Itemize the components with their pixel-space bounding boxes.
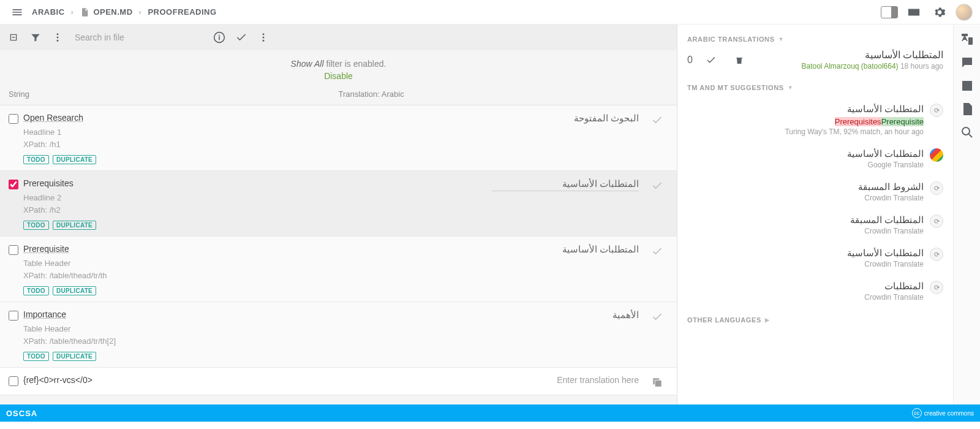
suggestion-source: Crowdin Translate: [687, 293, 924, 302]
translation-time: 18 hours ago: [900, 62, 943, 70]
row-checkbox[interactable]: [9, 114, 18, 124]
filter-banner-name: Show All: [291, 59, 324, 69]
footer-license[interactable]: cccreative commons: [912, 408, 974, 418]
translate-icon[interactable]: [960, 32, 974, 47]
mt-suggestion[interactable]: الشروط المسبقةCrowdin Translate⟳: [687, 175, 943, 208]
mt-suggestion[interactable]: المتطلبات الأساسيةGoogle Translate: [687, 142, 943, 175]
info-icon[interactable]: [209, 28, 229, 47]
string-row[interactable]: PrerequisitesHeadline 2XPath: /h2TODODUP…: [0, 171, 677, 237]
string-list[interactable]: Open ResearchHeadline 1XPath: /h1TODODUP…: [0, 105, 677, 404]
suggestion-text: المتطلبات المسبقة: [687, 214, 924, 226]
translation-author[interactable]: Batool Almarzouq (batool664): [801, 62, 898, 70]
string-row[interactable]: Open ResearchHeadline 1XPath: /h1TODODUP…: [0, 105, 677, 171]
string-row[interactable]: PrerequisiteTable HeaderXPath: /table/th…: [0, 237, 677, 302]
source-string: Prerequisite: [23, 244, 314, 254]
collapse-icon[interactable]: [4, 28, 23, 47]
translation-cell[interactable]: المتطلبات الأساسية: [314, 244, 646, 295]
source-meta: Headline 2XPath: /h2: [23, 192, 314, 216]
row-checkbox[interactable]: [9, 376, 18, 386]
breadcrumb-language[interactable]: ARABIC: [32, 7, 65, 17]
files-icon[interactable]: [960, 102, 974, 116]
source-string: Prerequisites: [23, 178, 314, 188]
source-string: Importance: [23, 309, 314, 319]
string-row[interactable]: ImportanceTable HeaderXPath: /table/thea…: [0, 302, 677, 368]
breadcrumb-mode[interactable]: PROOFREADING: [148, 7, 216, 17]
caret-down-icon: ▼: [788, 85, 794, 91]
settings-icon[interactable]: [930, 2, 949, 22]
keyboard-icon[interactable]: [904, 2, 924, 22]
section-translations[interactable]: ARABIC TRANSLATIONS▼: [687, 36, 943, 43]
copy-source-icon[interactable]: [646, 375, 668, 389]
mt-suggestion[interactable]: المتطلبات الأساسيةCrowdin Translate⟳: [687, 241, 943, 275]
tag-dup: DUPLICATE: [53, 286, 96, 295]
approve-icon[interactable]: [232, 28, 251, 47]
search-input[interactable]: [70, 28, 205, 47]
tag-todo: TODO: [23, 352, 49, 361]
suggestion-diff: PrerequisitesPrerequisite: [687, 117, 924, 126]
side-panel: ARABIC TRANSLATIONS▼ 0 المتطلبات الأساسي…: [677, 25, 953, 404]
kebab-icon[interactable]: [254, 28, 273, 47]
tag-todo: TODO: [23, 286, 49, 295]
more-vert-icon[interactable]: [48, 28, 67, 47]
suggestion-text: المتطلبات الأساسية: [687, 148, 924, 159]
section-suggestions[interactable]: TM AND MT SUGGESTIONS▼: [687, 84, 943, 91]
suggestion-source: Turing Way's TM, 92% match, an hour ago: [687, 127, 924, 136]
provider-icon: ⟳: [930, 214, 943, 228]
caret-right-icon: ▶: [765, 317, 770, 323]
chevron-right-icon: ›: [139, 7, 142, 17]
terms-icon[interactable]: [960, 78, 974, 93]
approve-row-icon[interactable]: [646, 244, 668, 295]
translation-cell[interactable]: المتطلبات الأساسية: [314, 178, 646, 230]
caret-down-icon: ▼: [778, 36, 785, 42]
approve-row-icon[interactable]: [646, 309, 668, 361]
filter-banner: Show All filter is enabled. Disable: [0, 50, 677, 81]
svg-point-2: [56, 40, 58, 42]
editor-column: Show All filter is enabled. Disable Stri…: [0, 25, 677, 404]
translation-cell[interactable]: البحوث المفتوحة: [314, 113, 646, 164]
comments-icon[interactable]: [960, 55, 974, 70]
row-checkbox[interactable]: [9, 311, 18, 321]
translation-cell[interactable]: Enter translation here: [314, 375, 646, 389]
tag-todo: TODO: [23, 155, 49, 164]
approve-row-icon[interactable]: [646, 113, 668, 164]
string-row[interactable]: {ref}<0>rr-vcs</0>Enter translation here: [0, 368, 677, 395]
row-checkbox[interactable]: [9, 180, 18, 189]
column-string: String: [9, 89, 259, 99]
svg-point-7: [962, 127, 970, 135]
svg-point-5: [262, 37, 264, 39]
breadcrumb-file[interactable]: OPEN.MD: [80, 7, 132, 17]
tag-dup: DUPLICATE: [53, 221, 96, 230]
suggestion-text: المتطلبات: [687, 281, 924, 292]
source-meta: Table HeaderXPath: /table/thead/tr/th[2]: [23, 323, 314, 347]
approve-row-icon[interactable]: [646, 178, 668, 230]
footer-bar: OSCSA cccreative commons: [0, 404, 980, 422]
delete-translation-icon[interactable]: [729, 50, 749, 70]
approve-translation-icon[interactable]: [701, 50, 721, 70]
suggestion-source: Crowdin Translate: [687, 227, 924, 235]
column-translation: Translation: Arabic: [259, 89, 668, 99]
layout-toggle-icon[interactable]: [881, 6, 898, 18]
suggestion-text: المتطلبات الأساسية: [687, 104, 924, 115]
suggestion-source: Google Translate: [687, 161, 924, 169]
right-rail: [953, 25, 980, 404]
user-avatar[interactable]: [956, 4, 973, 21]
menu-icon[interactable]: [7, 2, 27, 22]
top-bar: ARABIC › OPEN.MD › PROOFREADING: [0, 0, 980, 25]
search-panel-icon[interactable]: [960, 125, 974, 140]
section-other-languages[interactable]: OTHER LANGUAGES▶: [687, 316, 943, 324]
row-checkbox[interactable]: [9, 245, 18, 255]
translation-count: 0: [687, 55, 693, 66]
filter-icon[interactable]: [26, 28, 45, 47]
main-area: Show All filter is enabled. Disable Stri…: [0, 25, 980, 404]
filter-disable-link[interactable]: Disable: [0, 71, 677, 81]
translation-cell[interactable]: الأهمية: [314, 309, 646, 361]
tm-suggestion[interactable]: المتطلبات الأساسية PrerequisitesPrerequi…: [687, 97, 943, 142]
provider-icon: ⟳: [930, 281, 943, 294]
mt-suggestion[interactable]: المتطلبات المسبقةCrowdin Translate⟳: [687, 208, 943, 241]
provider-icon: ⟳: [930, 181, 943, 195]
suggestion-text: المتطلبات الأساسية: [687, 248, 924, 259]
footer-brand: OSCSA: [6, 409, 37, 418]
mt-suggestion[interactable]: المتطلباتCrowdin Translate⟳: [687, 275, 943, 308]
svg-point-6: [262, 40, 264, 42]
provider-icon: [930, 148, 943, 162]
